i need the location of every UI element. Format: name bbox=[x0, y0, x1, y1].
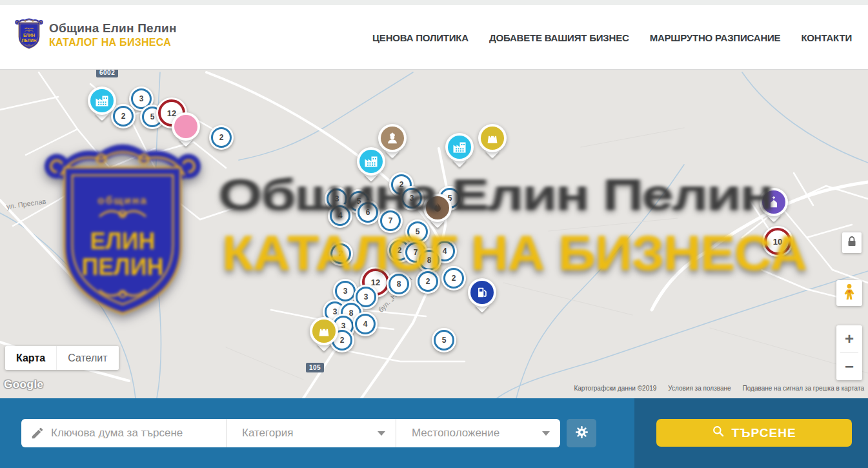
shopping-bag-icon bbox=[481, 127, 504, 150]
cluster-count: 8 bbox=[419, 250, 439, 270]
nav-item-3[interactable]: МАРШРУТНО РАЗПИСАНИЕ bbox=[650, 32, 781, 43]
search-input-group: Категория Местоположение bbox=[21, 419, 560, 447]
cluster-count: 4 bbox=[330, 205, 350, 226]
map-cluster-marker[interactable]: 10 bbox=[762, 226, 793, 257]
attribution-text: Картографски данни ©2019 bbox=[574, 385, 656, 392]
map-pin-marker[interactable] bbox=[445, 133, 474, 161]
cluster-count: 7 bbox=[380, 210, 401, 231]
lock-button[interactable] bbox=[842, 232, 862, 253]
zoom-out-button[interactable]: − bbox=[836, 353, 862, 380]
map-cluster-marker[interactable]: 2 bbox=[328, 241, 353, 266]
factory-icon bbox=[359, 150, 383, 173]
cluster-count: 2 bbox=[418, 271, 438, 292]
map-type-control: Карта Сателит bbox=[5, 346, 119, 370]
cluster-count: 2 bbox=[330, 243, 351, 264]
map-cluster-marker[interactable]: 2 bbox=[416, 269, 440, 294]
map-cluster-marker[interactable]: 5 bbox=[432, 328, 456, 352]
nav-item-4[interactable]: КОНТАКТИ bbox=[801, 32, 852, 43]
map-pin-marker[interactable] bbox=[88, 86, 116, 115]
cluster-count: 10 bbox=[764, 228, 791, 255]
map-cluster-marker[interactable]: 4 bbox=[353, 312, 378, 336]
pegman-icon bbox=[842, 283, 856, 303]
map-cluster-marker[interactable]: 3 bbox=[399, 186, 424, 210]
map-attribution: Картографски данни ©2019Условия за ползв… bbox=[574, 385, 864, 392]
map-pin-marker[interactable] bbox=[423, 194, 452, 222]
cluster-count: 3 bbox=[335, 281, 356, 301]
attribution-link[interactable]: Подаване на сигнал за грешка в картата bbox=[743, 385, 864, 392]
street-view-pegman-button[interactable] bbox=[836, 280, 862, 306]
cluster-count: 2 bbox=[113, 106, 134, 127]
google-logo[interactable]: Google bbox=[4, 378, 44, 391]
search-bar: Категория Местоположение bbox=[0, 398, 868, 468]
keyword-search-input[interactable] bbox=[21, 419, 226, 447]
municipality-crest-icon: община ЕЛИН ПЕЛИН bbox=[14, 17, 44, 52]
map-cluster-marker[interactable]: 2 bbox=[441, 266, 466, 290]
cluster-count: 3 bbox=[401, 188, 422, 209]
factory-icon bbox=[90, 89, 114, 112]
cluster-count: 2 bbox=[443, 268, 464, 289]
chevron-down-icon bbox=[542, 431, 550, 436]
shopping-bag-icon bbox=[312, 320, 336, 343]
map-pin-marker[interactable] bbox=[468, 278, 496, 307]
map-pin-marker[interactable] bbox=[760, 188, 788, 216]
map-cluster-marker[interactable]: 7 bbox=[378, 209, 403, 233]
map-cluster-marker[interactable]: 2 bbox=[111, 104, 136, 128]
nav-item-1[interactable]: ЦЕНОВА ПОЛИТИКА bbox=[372, 32, 469, 43]
map-cluster-marker[interactable]: 4 bbox=[328, 203, 352, 228]
gear-icon bbox=[574, 425, 589, 442]
zoom-control: + − bbox=[836, 325, 862, 380]
chevron-down-icon bbox=[378, 431, 385, 436]
main-nav: ЦЕНОВА ПОЛИТИКАДОБАВЕТЕ ВАШИЯТ БИЗНЕСМАР… bbox=[372, 5, 852, 70]
zoom-in-button[interactable]: + bbox=[836, 325, 862, 352]
map-pin-marker[interactable] bbox=[357, 147, 385, 176]
site-title: Община Елин Пелин bbox=[49, 21, 177, 36]
page: община ЕЛИН ПЕЛИН Община Елин Пелин КАТА… bbox=[0, 0, 868, 468]
category-select[interactable]: Категория bbox=[226, 419, 396, 447]
svg-text:ПЕЛИН: ПЕЛИН bbox=[22, 38, 37, 43]
map-cluster-marker[interactable]: 8 bbox=[387, 272, 411, 296]
map-cluster-marker[interactable]: 2 bbox=[209, 125, 234, 150]
fuel-icon bbox=[470, 281, 494, 304]
cluster-count: 5 bbox=[407, 221, 428, 242]
worker-icon bbox=[381, 127, 404, 150]
map-pin-marker[interactable] bbox=[172, 112, 200, 141]
map-pin-marker[interactable] bbox=[378, 124, 407, 152]
cluster-count: 2 bbox=[211, 127, 232, 148]
site-subtitle: КАТАЛОГ НА БИЗНЕСА bbox=[49, 37, 177, 48]
flame-icon bbox=[426, 196, 449, 219]
cluster-count: 4 bbox=[355, 314, 376, 334]
search-icon bbox=[712, 425, 725, 441]
cluster-count: 6 bbox=[358, 202, 378, 223]
church-icon bbox=[762, 190, 785, 214]
attribution-link[interactable]: Условия за ползване bbox=[668, 385, 731, 392]
pin-icon bbox=[174, 115, 197, 138]
search-submit-button[interactable]: ТЪРСЕНЕ bbox=[656, 419, 852, 447]
map-markers-layer: 32512223535647522748128223338342510 bbox=[0, 70, 868, 398]
cluster-count: 8 bbox=[389, 274, 409, 294]
site-logo[interactable]: община ЕЛИН ПЕЛИН Община Елин Пелин КАТА… bbox=[14, 17, 177, 52]
map-type-map-button[interactable]: Карта bbox=[5, 346, 56, 370]
map-cluster-marker[interactable]: 6 bbox=[356, 200, 380, 225]
google-map-canvas[interactable]: ул. Преславбул. „Новосел 6002105 3251222… bbox=[0, 70, 868, 398]
map-type-satellite-button[interactable]: Сателит bbox=[56, 346, 118, 370]
svg-text:община: община bbox=[25, 27, 34, 30]
map-pin-marker[interactable] bbox=[478, 124, 507, 152]
cluster-count: 5 bbox=[434, 330, 454, 351]
lock-icon bbox=[847, 236, 857, 250]
map-pin-marker[interactable] bbox=[310, 317, 338, 345]
location-select[interactable]: Местоположение bbox=[396, 419, 560, 447]
svg-text:ЕЛИН: ЕЛИН bbox=[23, 33, 35, 37]
pencil-icon bbox=[30, 426, 45, 443]
header: община ЕЛИН ПЕЛИН Община Елин Пелин КАТА… bbox=[0, 5, 868, 70]
nav-item-2[interactable]: ДОБАВЕТЕ ВАШИЯТ БИЗНЕС bbox=[489, 32, 629, 43]
top-strip bbox=[0, 0, 868, 5]
factory-icon bbox=[448, 136, 471, 159]
advanced-search-button[interactable] bbox=[567, 419, 596, 447]
